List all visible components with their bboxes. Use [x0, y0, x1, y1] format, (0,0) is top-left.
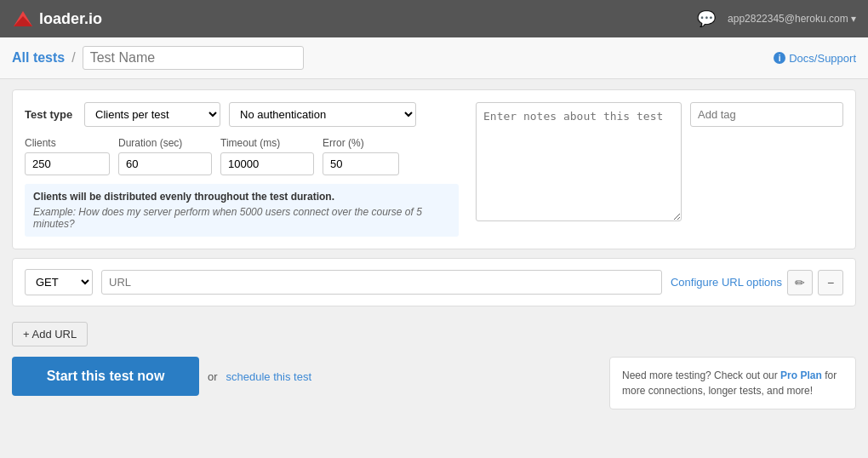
- test-type-row: Test type Clients per test Requests per …: [25, 102, 459, 127]
- remove-icon: −: [827, 276, 834, 289]
- edit-icon: ✏: [795, 276, 805, 289]
- timeout-label: Timeout (ms): [220, 137, 314, 149]
- schedule-link[interactable]: schedule this test: [226, 370, 311, 383]
- main-content: Test type Clients per test Requests per …: [0, 79, 868, 427]
- or-text: or: [208, 370, 218, 383]
- clients-input[interactable]: [25, 152, 110, 175]
- test-type-select[interactable]: Clients per test Requests per second Mai…: [84, 102, 220, 127]
- docs-link[interactable]: i Docs/Support: [774, 52, 856, 65]
- config-left: Test type Clients per test Requests per …: [25, 102, 459, 237]
- fields-row: Clients Duration (sec) Timeout (ms) Erro…: [25, 137, 459, 175]
- promo-box: Need more testing? Check out our Pro Pla…: [609, 357, 856, 409]
- test-type-label: Test type: [25, 108, 76, 121]
- pro-plan-link[interactable]: Pro Plan: [780, 369, 822, 381]
- logo-text: loader.io: [39, 10, 102, 28]
- config-right: [476, 102, 843, 237]
- start-test-button[interactable]: Start this test now: [12, 357, 199, 396]
- config-panel: Test type Clients per test Requests per …: [12, 89, 856, 249]
- auth-select[interactable]: No authentication Basic Auth Digest Auth: [229, 102, 416, 127]
- tag-input[interactable]: [690, 102, 843, 127]
- clients-label: Clients: [25, 137, 110, 149]
- duration-input[interactable]: [118, 152, 212, 175]
- bottom-row: Start this test now or schedule this tes…: [12, 350, 856, 416]
- logo-area: loader.io: [12, 8, 102, 30]
- breadcrumb-bar: All tests / i Docs/Support: [0, 37, 868, 79]
- breadcrumb-sep: /: [71, 50, 75, 66]
- url-right: Configure URL options ✏ −: [671, 270, 843, 295]
- all-tests-link[interactable]: All tests: [12, 50, 65, 66]
- header-right: 💬 app2822345@heroku.com ▾: [697, 9, 856, 28]
- url-input[interactable]: [101, 270, 662, 295]
- duration-label: Duration (sec): [118, 137, 212, 149]
- timeout-input[interactable]: [220, 152, 314, 175]
- duration-group: Duration (sec): [118, 137, 212, 175]
- info-italic: Example: How does my server perform when…: [33, 206, 450, 230]
- info-bold: Clients will be distributed evenly throu…: [33, 191, 450, 203]
- timeout-group: Timeout (ms): [220, 137, 314, 175]
- clients-group: Clients: [25, 137, 110, 175]
- edit-url-button[interactable]: ✏: [787, 270, 813, 295]
- header: loader.io 💬 app2822345@heroku.com ▾: [0, 0, 868, 37]
- notes-textarea[interactable]: [476, 102, 682, 221]
- error-input[interactable]: [323, 152, 399, 175]
- info-box: Clients will be distributed evenly throu…: [25, 184, 459, 237]
- docs-label: Docs/Support: [789, 52, 856, 65]
- add-url-button[interactable]: + Add URL: [12, 322, 88, 346]
- header-user-email: app2822345@heroku.com ▾: [728, 13, 856, 25]
- start-row: Start this test now or schedule this tes…: [12, 357, 311, 396]
- info-icon: i: [774, 52, 785, 64]
- promo-text: Need more testing? Check out our: [622, 369, 780, 381]
- test-name-input[interactable]: [83, 46, 304, 70]
- remove-url-button[interactable]: −: [818, 270, 843, 295]
- error-group: Error (%): [323, 137, 399, 175]
- logo-icon: [12, 8, 34, 30]
- url-panel: GET POST PUT DELETE PATCH Configure URL …: [12, 258, 856, 306]
- url-row: GET POST PUT DELETE PATCH Configure URL …: [25, 269, 843, 295]
- svg-marker-1: [14, 16, 32, 26]
- method-select[interactable]: GET POST PUT DELETE PATCH: [25, 269, 93, 295]
- message-icon: 💬: [697, 9, 716, 28]
- configure-url-link[interactable]: Configure URL options: [671, 276, 782, 289]
- error-label: Error (%): [323, 137, 399, 149]
- add-url-row: + Add URL: [12, 315, 856, 350]
